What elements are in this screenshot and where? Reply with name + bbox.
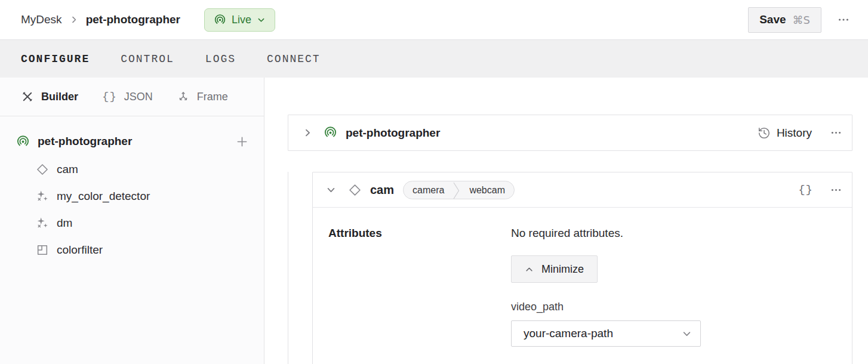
pill-divider-chevron-icon xyxy=(453,181,460,199)
chevron-up-icon xyxy=(525,265,534,274)
card-menu-ellipsis-icon[interactable] xyxy=(830,184,842,196)
chevron-right-icon xyxy=(69,15,79,24)
live-status-label: Live xyxy=(232,14,251,26)
diamond-icon xyxy=(36,163,49,176)
minimize-button-label: Minimize xyxy=(541,263,584,276)
braces-icon: {} xyxy=(102,90,117,103)
subtab-json-label: JSON xyxy=(124,91,153,103)
tree-item-dm[interactable]: dm xyxy=(36,209,248,236)
breadcrumb-current: pet-photographer xyxy=(86,13,180,26)
breadcrumb-root[interactable]: MyDesk xyxy=(21,13,62,26)
tab-connect[interactable]: CONNECT xyxy=(267,53,321,65)
cam-card-header: cam camera webcam {} xyxy=(313,172,852,208)
save-button[interactable]: Save ⌘S xyxy=(748,7,821,33)
resource-type-pill: camera webcam xyxy=(403,181,515,199)
subtab-json[interactable]: {} JSON xyxy=(102,90,153,103)
tree-root-label: pet-photographer xyxy=(38,135,132,148)
chevron-right-icon[interactable] xyxy=(303,128,313,138)
app-header: MyDesk pet-photographer Live Save ⌘S xyxy=(0,0,868,40)
attributes-heading: Attributes xyxy=(328,227,511,347)
resource-card-group: cam camera webcam {} xyxy=(288,172,852,364)
video-path-label: video_path xyxy=(511,301,836,313)
cam-resource-card: cam camera webcam {} xyxy=(312,172,852,364)
save-shortcut: ⌘S xyxy=(793,14,810,26)
tab-configure[interactable]: CONFIGURE xyxy=(21,53,90,65)
tab-control[interactable]: CONTROL xyxy=(121,53,174,65)
config-main: pet-photographer History xyxy=(264,78,868,364)
subtab-builder-label: Builder xyxy=(41,91,78,103)
cam-card-body: Attributes No required attributes. Minim… xyxy=(313,208,852,347)
live-status-badge[interactable]: Live xyxy=(204,8,275,32)
minimize-button[interactable]: Minimize xyxy=(511,255,598,283)
tools-icon xyxy=(21,90,34,103)
part-menu-ellipsis-icon[interactable] xyxy=(830,127,842,139)
diamond-icon xyxy=(348,183,362,197)
history-icon xyxy=(758,127,771,140)
subtab-frame[interactable]: Frame xyxy=(177,90,228,103)
tree-item-my-color-detector[interactable]: my_color_detector xyxy=(36,183,248,209)
plus-icon[interactable] xyxy=(236,136,248,147)
chevron-down-icon xyxy=(257,16,266,24)
resource-type: camera xyxy=(404,181,453,199)
history-button[interactable]: History xyxy=(758,127,812,140)
video-path-value: your-camera-path xyxy=(524,327,613,340)
part-panel-title: pet-photographer xyxy=(346,127,440,140)
tree-item-label: colorfilter xyxy=(57,243,103,257)
sparkles-icon xyxy=(36,190,49,203)
broadcast-icon xyxy=(16,135,30,149)
history-button-label: History xyxy=(777,127,812,140)
chevron-down-icon[interactable] xyxy=(326,185,336,195)
resource-tree: pet-photographer cam xyxy=(0,116,264,263)
resource-model: webcam xyxy=(460,181,514,199)
tree-item-cam[interactable]: cam xyxy=(36,156,248,183)
config-sidebar: Builder {} JSON Frame xyxy=(0,78,264,364)
machine-part-panel: pet-photographer History xyxy=(288,115,852,151)
video-path-select[interactable]: your-camera-path xyxy=(511,320,701,347)
broadcast-icon xyxy=(324,126,337,140)
braces-icon[interactable]: {} xyxy=(798,183,813,196)
main-tabbar: CONFIGURE CONTROL LOGS CONNECT xyxy=(0,40,868,78)
tree-item-colorfilter[interactable]: colorfilter xyxy=(36,236,248,263)
transform-icon xyxy=(36,243,49,257)
axes-icon xyxy=(177,90,190,103)
tree-root-machine[interactable]: pet-photographer xyxy=(16,131,248,152)
tree-item-label: my_color_detector xyxy=(57,190,150,203)
sparkles-icon xyxy=(36,217,49,230)
no-required-attributes-text: No required attributes. xyxy=(511,227,836,240)
broadcast-icon xyxy=(214,14,226,26)
tree-item-label: cam xyxy=(57,163,78,176)
subtab-frame-label: Frame xyxy=(197,91,228,103)
subtab-builder[interactable]: Builder xyxy=(21,90,78,103)
chevron-down-icon xyxy=(682,329,692,339)
tab-logs[interactable]: LOGS xyxy=(205,53,236,65)
tree-item-label: dm xyxy=(57,217,72,230)
view-subtabs: Builder {} JSON Frame xyxy=(0,78,264,116)
resource-name: cam xyxy=(370,183,394,197)
header-menu-ellipsis-icon[interactable] xyxy=(837,13,850,26)
breadcrumb: MyDesk pet-photographer xyxy=(21,13,180,26)
save-button-label: Save xyxy=(759,13,786,26)
